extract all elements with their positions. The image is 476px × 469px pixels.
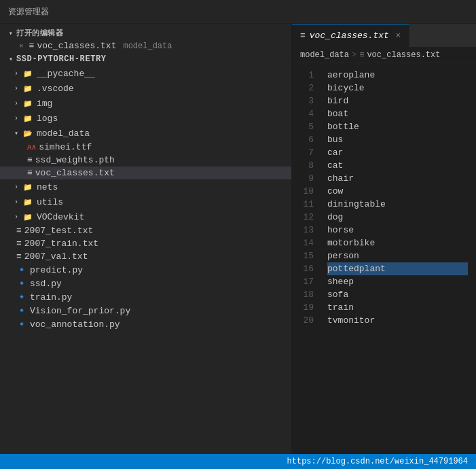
tree-item-2007-val[interactable]: ≡ 2007_val.txt	[0, 250, 291, 263]
status-bar: https://blog.csdn.net/weixin_44791964	[0, 454, 476, 469]
item-label: predict.py	[30, 265, 83, 275]
py-file-icon: 🔹	[16, 305, 27, 316]
pth-file-icon: ≡	[27, 155, 33, 165]
main-layout: ▾ 打开的编辑器 × ≡ voc_classes.txt model_data …	[0, 24, 476, 454]
item-label: ssd.py	[30, 279, 62, 289]
font-file-icon: A∧	[27, 143, 36, 152]
line-number: 5	[292, 120, 314, 133]
editor-area: ≡ voc_classes.txt × model_data > ≡ voc_c…	[292, 24, 476, 454]
folder-arrow: ›	[11, 184, 22, 191]
breadcrumb-model-data: model_data	[300, 50, 349, 60]
item-label: voc_classes.txt	[35, 168, 115, 178]
open-editor-item[interactable]: × ≡ voc_classes.txt model_data	[0, 39, 291, 52]
tree-item-voc-classes[interactable]: ≡ voc_classes.txt	[0, 167, 291, 179]
code-line: chair	[327, 172, 468, 185]
breadcrumb-file-icon: ≡	[359, 50, 364, 60]
tree-item-img[interactable]: › 📁 img	[0, 96, 291, 111]
code-line: pottedplant	[327, 262, 468, 275]
folder-arrow: ›	[11, 115, 22, 122]
item-label: img	[37, 99, 52, 109]
open-editors-label: 打开的编辑器	[16, 28, 63, 38]
editor-tabs: ≡ voc_classes.txt ×	[292, 24, 476, 48]
line-numbers: 1234567891011121314151617181920	[292, 63, 319, 454]
status-url: https://blog.csdn.net/weixin_44791964	[287, 457, 468, 466]
breadcrumb-sep: >	[352, 50, 356, 60]
tree-item-nets[interactable]: › 📁 nets	[0, 179, 291, 194]
folder-arrow: ›	[11, 70, 22, 77]
tab-file-icon: ≡	[300, 31, 306, 41]
folder-icon: 📁	[22, 112, 34, 124]
tree-item-model-data[interactable]: ▾ 📂 model_data	[0, 126, 291, 141]
line-number: 10	[292, 185, 314, 198]
line-number: 2	[292, 82, 314, 94]
code-line: motorbike	[327, 237, 468, 249]
folder-icon: 📁	[22, 97, 34, 109]
editor-tab-voc-classes[interactable]: ≡ voc_classes.txt ×	[292, 24, 409, 48]
line-number: 16	[292, 262, 314, 275]
code-line: horse	[327, 224, 468, 237]
code-line: cat	[327, 159, 468, 172]
line-number: 8	[292, 159, 314, 172]
folder-icon: 📁	[22, 181, 34, 193]
tree-item-utils[interactable]: › 📁 utils	[0, 194, 291, 209]
code-line: cow	[327, 185, 468, 198]
tree-item-2007-test[interactable]: ≡ 2007_test.txt	[0, 224, 291, 237]
code-content[interactable]: aeroplanebicyclebirdboatbottlebuscarcatc…	[319, 63, 476, 454]
tree-item-simhei[interactable]: A∧ simhei.ttf	[0, 141, 291, 154]
tree-item-pycache[interactable]: › 📁 __pycache__	[0, 66, 291, 81]
line-number: 3	[292, 94, 314, 107]
code-line: bus	[327, 133, 468, 146]
code-line: dog	[327, 211, 468, 224]
editor-content: 1234567891011121314151617181920 aeroplan…	[292, 63, 476, 454]
open-editors-header: ▾ 打开的编辑器	[0, 24, 291, 39]
item-label: Vision_for_prior.py	[30, 306, 130, 316]
txt-file-icon: ≡	[27, 168, 33, 178]
item-label: VOCdevkit	[37, 212, 84, 222]
line-number: 9	[292, 172, 314, 185]
line-number: 14	[292, 237, 314, 249]
item-label: 2007_test.txt	[24, 226, 93, 236]
folder-arrow: ›	[11, 85, 22, 92]
folder-arrow: ›	[11, 100, 22, 107]
tree-item-vocdevkit[interactable]: › 📁 VOCdevkit	[0, 209, 291, 224]
tree-item-ssd-weights[interactable]: ≡ ssd_weights.pth	[0, 154, 291, 167]
open-editors-arrow[interactable]: ▾	[5, 29, 16, 37]
tree-item-train[interactable]: 🔹 train.py	[0, 290, 291, 304]
tree-item-vscode[interactable]: › 📁 .vscode	[0, 81, 291, 96]
code-line: bicycle	[327, 82, 468, 94]
line-number: 6	[292, 133, 314, 146]
tree-item-logs[interactable]: › 📁 logs	[0, 111, 291, 126]
folder-icon-open: 📂	[22, 127, 34, 139]
line-number: 18	[292, 288, 314, 301]
tab-close-btn[interactable]: ×	[396, 31, 401, 41]
item-label: simhei.ttf	[39, 142, 92, 152]
line-number: 1	[292, 69, 314, 82]
line-number: 17	[292, 275, 314, 288]
line-number: 20	[292, 314, 314, 327]
close-editor-icon[interactable]: ×	[19, 42, 24, 50]
code-line: train	[327, 301, 468, 314]
txt-file-icon: ≡	[16, 239, 22, 249]
item-label: train.py	[30, 292, 72, 302]
code-line: bottle	[327, 120, 468, 133]
tree-item-vision[interactable]: 🔹 Vision_for_prior.py	[0, 304, 291, 317]
tree-item-ssd[interactable]: 🔹 ssd.py	[0, 277, 291, 290]
py-file-icon: 🔹	[16, 292, 27, 302]
code-line: person	[327, 249, 468, 262]
tree-item-voc-annotation[interactable]: 🔹 voc_annotation.py	[0, 317, 291, 331]
item-label: 2007_val.txt	[24, 251, 88, 262]
line-number: 15	[292, 249, 314, 262]
line-number: 11	[292, 198, 314, 211]
sidebar-inner: ▾ 打开的编辑器 × ≡ voc_classes.txt model_data …	[0, 24, 291, 454]
line-number: 4	[292, 107, 314, 120]
line-number: 12	[292, 211, 314, 224]
tree-item-2007-train[interactable]: ≡ 2007_train.txt	[0, 237, 291, 250]
line-number: 7	[292, 146, 314, 159]
folder-icon: 📁	[22, 82, 34, 94]
item-label: logs	[37, 114, 58, 124]
tree-item-predict[interactable]: 🔹 predict.py	[0, 263, 291, 277]
code-line: diningtable	[327, 198, 468, 211]
folder-icon: 📁	[22, 196, 34, 208]
py-file-icon: 🔹	[16, 278, 27, 289]
explorer-root-header[interactable]: ▾ SSD-PYTORCH-RETRY	[0, 52, 291, 66]
